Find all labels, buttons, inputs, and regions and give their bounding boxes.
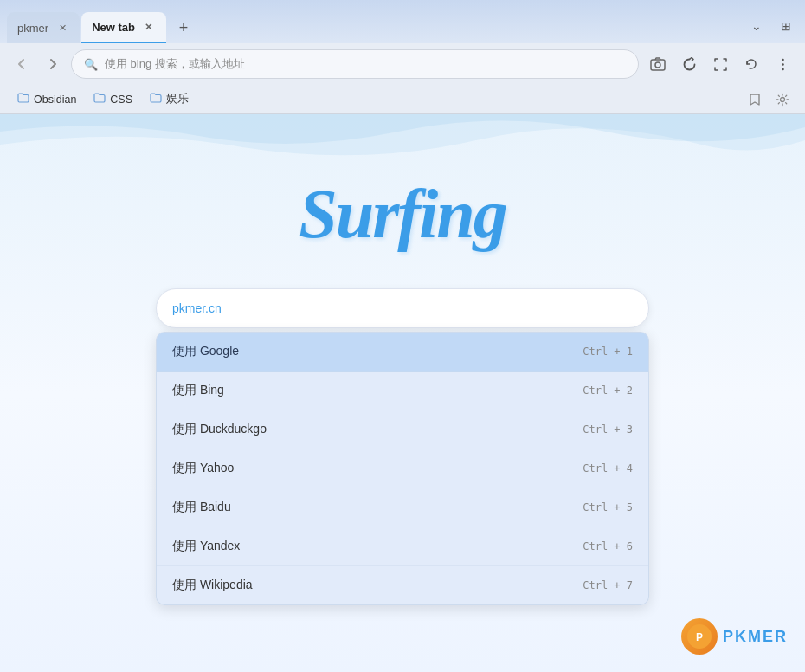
more-menu-icon[interactable] (769, 50, 796, 78)
tab-pkmer-close[interactable]: ✕ (55, 21, 69, 35)
svg-point-1 (655, 62, 660, 68)
folder-icon-2 (93, 92, 106, 107)
tab-new-tab-label: New tab (92, 21, 135, 34)
settings-icon[interactable] (770, 87, 795, 112)
back-button[interactable] (9, 51, 35, 77)
tab-pkmer[interactable]: pkmer ✕ (7, 12, 80, 43)
search-container: pkmer.cn 使用 Google Ctrl + 1 使用 Bing Ctrl… (156, 288, 649, 605)
bookmark-entertainment[interactable]: 娱乐 (143, 89, 196, 109)
search-dropdown: 使用 Google Ctrl + 1 使用 Bing Ctrl + 2 使用 D… (156, 332, 649, 605)
bookmark-obsidian-label: Obsidian (34, 94, 76, 106)
bookmarks-bar: Obsidian CSS 娱乐 (0, 85, 805, 114)
search-wikipedia[interactable]: 使用 Wikipedia Ctrl + 7 (157, 566, 648, 604)
search-input[interactable]: pkmer.cn (156, 288, 649, 328)
tab-pkmer-label: pkmer (17, 22, 48, 35)
undo-icon[interactable] (737, 50, 765, 78)
pkmer-brand-text: PKMER (723, 628, 788, 646)
sidebar-toggle-icon[interactable]: ⊞ (774, 14, 798, 38)
svg-rect-0 (651, 60, 665, 70)
search-yandex-label: 使用 Yandex (172, 539, 240, 554)
svg-point-3 (782, 63, 784, 66)
folder-icon-3 (150, 92, 162, 107)
fullscreen-icon[interactable] (706, 50, 734, 78)
svg-point-5 (781, 97, 785, 101)
search-bing-shortcut: Ctrl + 2 (583, 384, 633, 397)
search-yahoo-shortcut: Ctrl + 4 (583, 462, 633, 475)
tab-new-tab-close[interactable]: ✕ (142, 20, 156, 34)
search-duckduckgo-shortcut: Ctrl + 3 (583, 423, 633, 436)
svg-text:P: P (696, 631, 703, 643)
pkmer-watermark: P PKMER (681, 618, 788, 655)
search-yahoo-label: 使用 Yahoo (172, 461, 234, 476)
new-tab-button[interactable]: + (171, 16, 196, 40)
bookmark-entertainment-label: 娱乐 (166, 92, 189, 107)
tab-bar: pkmer ✕ New tab ✕ + ⌄ ⊞ (0, 0, 805, 43)
search-baidu[interactable]: 使用 Baidu Ctrl + 5 (157, 488, 648, 527)
search-yandex[interactable]: 使用 Yandex Ctrl + 6 (157, 527, 648, 566)
navigation-bar: 🔍 使用 bing 搜索，或输入地址 (0, 43, 805, 85)
address-bar-text: 使用 bing 搜索，或输入地址 (105, 56, 245, 72)
search-duckduckgo-label: 使用 Duckduckgo (172, 422, 267, 437)
search-value: pkmer.cn (172, 301, 222, 315)
search-bing[interactable]: 使用 Bing Ctrl + 2 (157, 372, 648, 410)
camera-icon[interactable] (644, 50, 672, 78)
search-google-label: 使用 Google (172, 344, 239, 359)
bookmark-css-label: CSS (110, 94, 132, 106)
search-yahoo[interactable]: 使用 Yahoo Ctrl + 4 (157, 449, 648, 488)
search-wikipedia-shortcut: Ctrl + 7 (583, 579, 633, 591)
bookmark-css[interactable]: CSS (87, 89, 139, 109)
search-icon: 🔍 (84, 58, 98, 71)
page-content: Surfing pkmer.cn 使用 Google Ctrl + 1 使用 B… (0, 114, 805, 672)
bookmark-icon[interactable] (743, 87, 767, 112)
search-baidu-label: 使用 Baidu (172, 500, 231, 515)
search-google-shortcut: Ctrl + 1 (583, 346, 633, 358)
bookmarks-right-controls (743, 87, 795, 112)
search-yandex-shortcut: Ctrl + 6 (583, 540, 633, 552)
pkmer-logo-circle: P (681, 618, 718, 655)
search-wikipedia-label: 使用 Wikipedia (172, 578, 253, 593)
tab-new-tab[interactable]: New tab ✕ (81, 12, 166, 43)
wave-decoration (0, 114, 805, 184)
refresh-icon[interactable] (675, 50, 703, 78)
search-duckduckgo[interactable]: 使用 Duckduckgo Ctrl + 3 (157, 410, 648, 449)
search-bing-label: 使用 Bing (172, 383, 224, 398)
bookmark-obsidian[interactable]: Obsidian (10, 89, 83, 109)
folder-icon (17, 92, 29, 107)
nav-right-controls (644, 50, 796, 78)
svg-point-2 (782, 58, 784, 61)
search-google[interactable]: 使用 Google Ctrl + 1 (157, 333, 648, 372)
search-baidu-shortcut: Ctrl + 5 (583, 501, 633, 514)
forward-button[interactable] (40, 51, 66, 77)
svg-point-4 (782, 68, 784, 70)
surfing-logo: Surfing (299, 175, 506, 254)
address-bar[interactable]: 🔍 使用 bing 搜索，或输入地址 (71, 49, 639, 79)
tab-list-icon[interactable]: ⌄ (744, 14, 769, 38)
